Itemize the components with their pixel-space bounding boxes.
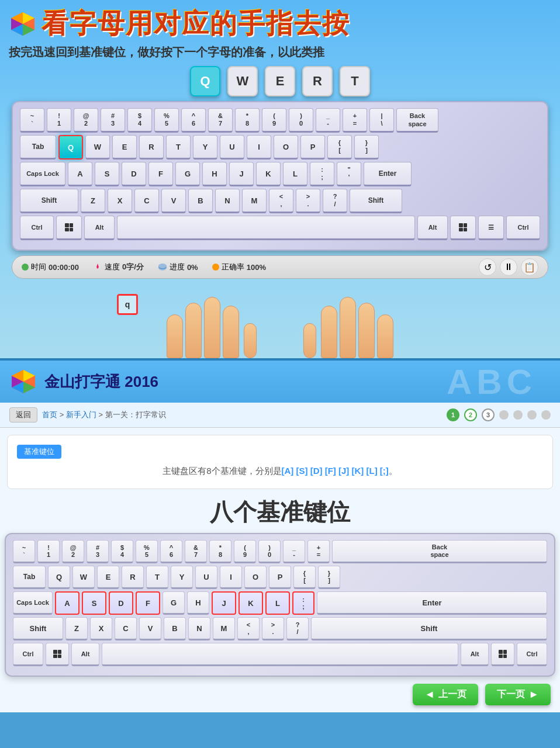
b-key-u[interactable]: U — [195, 566, 217, 589]
b-key-t[interactable]: T — [146, 566, 168, 589]
b-key-1[interactable]: !1 — [37, 540, 60, 563]
b-key-5[interactable]: %5 — [136, 540, 158, 563]
b-key-j[interactable]: J — [212, 591, 236, 615]
key-2[interactable]: @2 — [74, 108, 98, 133]
alt-right-key[interactable]: Alt — [417, 216, 448, 240]
b-key-x[interactable]: X — [90, 617, 112, 640]
key-v[interactable]: V — [161, 189, 186, 213]
key-y[interactable]: Y — [193, 135, 217, 160]
b-key-o[interactable]: O — [244, 566, 267, 589]
b-backspace-key[interactable]: Backspace — [332, 540, 547, 563]
key-e[interactable]: E — [112, 135, 137, 160]
b-key-e[interactable]: E — [97, 566, 119, 589]
key-c[interactable]: C — [134, 189, 159, 213]
b-key-i[interactable]: I — [220, 566, 242, 589]
key-comma[interactable]: <, — [269, 189, 293, 213]
b-key-tilde[interactable]: ~` — [13, 540, 35, 563]
enter-key[interactable]: Enter — [364, 162, 412, 186]
b-key-0[interactable]: )0 — [258, 540, 281, 563]
key-h[interactable]: H — [202, 162, 227, 186]
b-key-a[interactable]: A — [55, 591, 79, 615]
key-k[interactable]: K — [256, 162, 281, 186]
b-shift-right[interactable]: Shift — [311, 617, 547, 640]
caps-lock-key[interactable]: Caps Lock — [20, 162, 65, 186]
key-6[interactable]: ^6 — [181, 108, 206, 133]
key-j[interactable]: J — [229, 162, 254, 186]
key-r[interactable]: R — [139, 135, 164, 160]
menu-key[interactable]: ☰ — [478, 216, 504, 240]
b-key-3[interactable]: #3 — [87, 540, 109, 563]
b-key-period[interactable]: >. — [262, 617, 284, 640]
b-key-d[interactable]: D — [109, 591, 133, 615]
prev-page-button[interactable]: ◄ 上一页 — [413, 684, 478, 705]
b-alt-right[interactable]: Alt — [461, 643, 489, 666]
b-key-minus[interactable]: _- — [283, 540, 305, 563]
ctrl-right-key[interactable]: Ctrl — [506, 216, 540, 240]
b-key-plus[interactable]: += — [307, 540, 330, 563]
b-key-7[interactable]: &7 — [185, 540, 207, 563]
b-key-8[interactable]: *8 — [209, 540, 231, 563]
key-g[interactable]: G — [175, 162, 200, 186]
breadcrumb-home[interactable]: 首页 — [42, 410, 57, 419]
key-t[interactable]: T — [166, 135, 191, 160]
b-alt-left[interactable]: Alt — [71, 643, 99, 666]
key-5[interactable]: %5 — [154, 108, 179, 133]
key-rbracket[interactable]: }] — [354, 135, 379, 160]
b-key-slash[interactable]: ?/ — [286, 617, 309, 640]
b-key-h[interactable]: H — [187, 591, 209, 615]
key-n[interactable]: N — [215, 189, 240, 213]
key-m[interactable]: M — [242, 189, 267, 213]
b-key-c[interactable]: C — [115, 617, 137, 640]
reset-btn[interactable]: ↺ — [479, 258, 496, 276]
b-win-left[interactable] — [46, 643, 69, 666]
b-key-v[interactable]: V — [139, 617, 161, 640]
key-7[interactable]: &7 — [208, 108, 233, 133]
b-win-right[interactable] — [491, 643, 514, 666]
key-3[interactable]: #3 — [101, 108, 125, 133]
b-key-f[interactable]: F — [136, 591, 160, 615]
win-right-key[interactable] — [450, 216, 476, 240]
key-x[interactable]: X — [108, 189, 132, 213]
b-key-l[interactable]: L — [265, 591, 290, 615]
b-key-m[interactable]: M — [213, 617, 235, 640]
key-f[interactable]: F — [148, 162, 173, 186]
key-equals[interactable]: += — [343, 108, 367, 133]
b-key-p[interactable]: P — [269, 566, 291, 589]
b-key-comma[interactable]: <, — [237, 617, 260, 640]
key-b[interactable]: B — [188, 189, 213, 213]
key-w[interactable]: W — [85, 135, 110, 160]
key-d[interactable]: D — [122, 162, 146, 186]
b-key-w[interactable]: W — [72, 566, 95, 589]
key-o[interactable]: O — [274, 135, 298, 160]
b-key-b[interactable]: B — [164, 617, 186, 640]
key-q[interactable]: Q — [58, 135, 83, 160]
settings-btn[interactable]: 📋 — [521, 258, 538, 276]
b-key-k[interactable]: K — [238, 591, 263, 615]
next-page-button[interactable]: 下一页 ► — [485, 684, 551, 705]
b-key-z[interactable]: Z — [65, 617, 88, 640]
space-key[interactable] — [117, 216, 415, 240]
b-key-g[interactable]: G — [163, 591, 185, 615]
key-lbracket[interactable]: {[ — [327, 135, 352, 160]
b-key-2[interactable]: @2 — [62, 540, 84, 563]
win-left-key[interactable] — [56, 216, 82, 240]
key-u[interactable]: U — [220, 135, 244, 160]
b-key-4[interactable]: $4 — [111, 540, 133, 563]
key-backslash[interactable]: |\ — [369, 108, 394, 133]
key-minus[interactable]: _- — [316, 108, 340, 133]
b-key-semicolon[interactable]: :; — [292, 591, 314, 615]
b-key-r[interactable]: R — [122, 566, 144, 589]
key-l[interactable]: L — [283, 162, 307, 186]
key-4[interactable]: $4 — [127, 108, 152, 133]
key-semicolon[interactable]: :; — [310, 162, 334, 186]
shift-right-key[interactable]: Shift — [350, 189, 402, 213]
alt-left-key[interactable]: Alt — [84, 216, 115, 240]
key-8[interactable]: *8 — [235, 108, 260, 133]
key-1[interactable]: !1 — [47, 108, 71, 133]
key-tilde[interactable]: ~` — [20, 108, 44, 133]
key-z[interactable]: Z — [81, 189, 105, 213]
key-a[interactable]: A — [68, 162, 92, 186]
b-caps-key[interactable]: Caps Lock — [13, 591, 53, 615]
b-ctrl-left[interactable]: Ctrl — [13, 643, 43, 666]
b-enter-key[interactable]: Enter — [317, 591, 547, 615]
